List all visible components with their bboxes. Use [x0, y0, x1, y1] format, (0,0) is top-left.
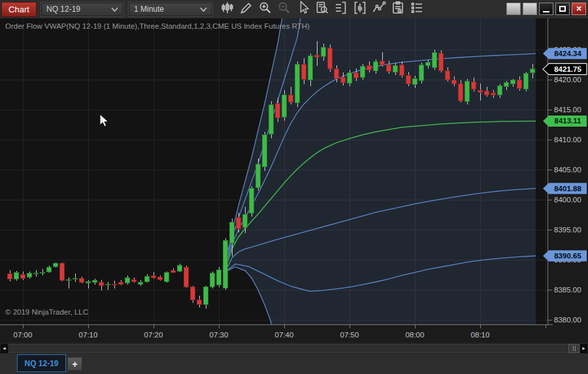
minimize-button[interactable]: [539, 3, 553, 15]
indicators-icon: [371, 0, 387, 18]
svg-text:8401.88: 8401.88: [554, 185, 581, 193]
data-box-button[interactable]: [312, 1, 331, 18]
strategies-icon: [390, 0, 406, 18]
scrollbar-grip[interactable]: [568, 344, 580, 353]
zoom-in-button[interactable]: [255, 1, 274, 18]
drawing-tools-button[interactable]: [237, 1, 255, 18]
interval-link-button[interactable]: [523, 3, 537, 15]
chart-window: Chart NQ 12-19 1 Minute ✕ Order Flo: [0, 0, 588, 374]
svg-text:8421.75: 8421.75: [554, 65, 581, 73]
scroll-left-button[interactable]: ◄: [1, 344, 8, 353]
zoom-out-button[interactable]: [274, 1, 293, 18]
close-button[interactable]: ✕: [572, 3, 586, 15]
svg-text:07:40: 07:40: [275, 331, 294, 339]
svg-text:08:10: 08:10: [471, 331, 490, 339]
zoom-out-icon: [276, 0, 292, 18]
svg-text:8424.34: 8424.34: [554, 50, 581, 57]
add-tab-button[interactable]: +: [67, 357, 82, 371]
copyright-label: © 2019 NinjaTrader, LLC: [5, 308, 88, 316]
close-icon: ✕: [576, 5, 581, 13]
toolbar: [218, 1, 426, 18]
bar-type-icon: [352, 0, 368, 18]
h-scrollbar: ◄ ►: [0, 343, 588, 354]
cursor-button[interactable]: [293, 1, 312, 18]
chart-style-button[interactable]: [218, 1, 237, 18]
svg-text:07:00: 07:00: [14, 331, 33, 339]
svg-text:07:30: 07:30: [210, 331, 229, 339]
svg-text:8395.00: 8395.00: [554, 226, 581, 234]
chart-trader-button[interactable]: [331, 1, 350, 18]
scrollbar-track[interactable]: [8, 344, 568, 353]
chevron-down-icon: [111, 7, 118, 12]
interval-selector-value: 1 Minute: [134, 5, 164, 14]
interval-selector[interactable]: 1 Minute: [129, 3, 212, 16]
instrument-selector-value: NQ 12-19: [46, 5, 80, 14]
properties-icon: [409, 0, 425, 18]
svg-text:07:10: 07:10: [79, 331, 98, 339]
maximize-icon: [559, 6, 566, 12]
svg-text:07:20: 07:20: [144, 331, 163, 339]
maximize-button[interactable]: [555, 3, 570, 15]
svg-text:8420.00: 8420.00: [554, 76, 581, 84]
vwap-price-badge: 8413.11: [543, 116, 587, 127]
band-price-badge: 8390.65: [543, 251, 587, 262]
cursor-icon: [295, 0, 311, 18]
instrument-selector[interactable]: NQ 12-19: [41, 3, 123, 16]
minimize-icon: [543, 11, 549, 12]
data-box-icon: [314, 0, 330, 18]
chevron-down-icon: [200, 7, 207, 12]
scroll-right-button[interactable]: ►: [580, 344, 587, 353]
svg-text:8413.11: 8413.11: [555, 117, 582, 125]
bar-type-button[interactable]: [350, 1, 369, 18]
chart-canvas[interactable]: Order Flow VWAP(NQ 12-19 (1 Minute),Thre…: [0, 18, 588, 354]
svg-text:8405.00: 8405.00: [554, 166, 581, 174]
svg-text:8410.00: 8410.00: [554, 136, 581, 144]
svg-text:8385.00: 8385.00: [554, 286, 581, 294]
svg-text:8400.00: 8400.00: [554, 196, 581, 204]
tab-nq-12-19[interactable]: NQ 12-19: [17, 354, 66, 372]
tab-bar: NQ 12-19 +: [0, 354, 588, 374]
svg-text:8390.65: 8390.65: [554, 252, 581, 260]
window-controls: ✕: [506, 3, 586, 15]
svg-text:8415.00: 8415.00: [554, 106, 581, 114]
band-price-badge: 8424.34: [543, 48, 587, 59]
zoom-in-icon: [257, 0, 273, 18]
chart-style-icon: [220, 0, 235, 18]
chart-trader-icon: [333, 0, 349, 18]
strategies-button[interactable]: [388, 1, 407, 18]
band-price-badge: 8401.88: [543, 183, 587, 194]
svg-text:08:00: 08:00: [406, 331, 425, 339]
drawing-tools-icon: [238, 0, 254, 18]
indicators-button[interactable]: [369, 1, 388, 18]
instrument-link-button[interactable]: [506, 3, 521, 15]
chart-menu-button[interactable]: Chart: [1, 2, 37, 17]
properties-button[interactable]: [407, 1, 426, 18]
indicator-label: Order Flow VWAP(NQ 12-19 (1 Minute),Thre…: [5, 22, 310, 30]
svg-text:07:50: 07:50: [340, 331, 359, 339]
titlebar: Chart NQ 12-19 1 Minute ✕: [0, 0, 588, 18]
svg-text:8380.00: 8380.00: [554, 316, 581, 324]
last-price-badge: 8421.75: [543, 63, 587, 74]
